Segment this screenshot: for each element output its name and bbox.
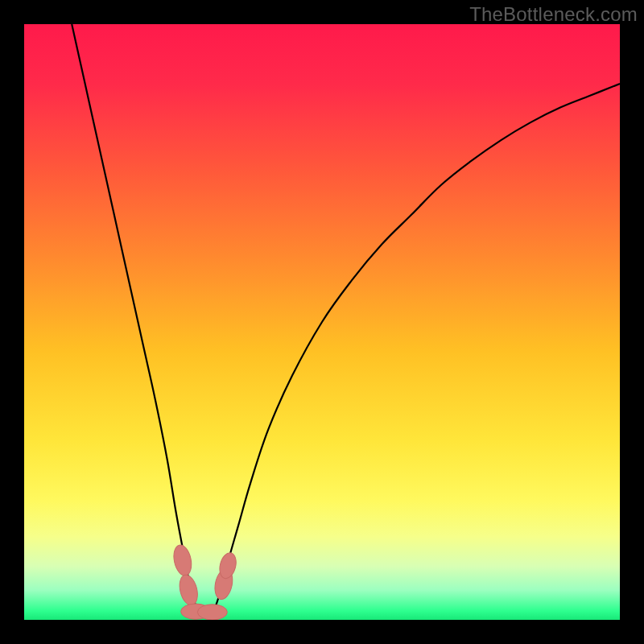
data-marker (197, 605, 227, 620)
watermark-text: TheBottleneck.com (469, 3, 638, 26)
chart-svg (24, 24, 620, 620)
chart-frame: TheBottleneck.com (0, 0, 644, 644)
chart-plot-area (24, 24, 620, 620)
